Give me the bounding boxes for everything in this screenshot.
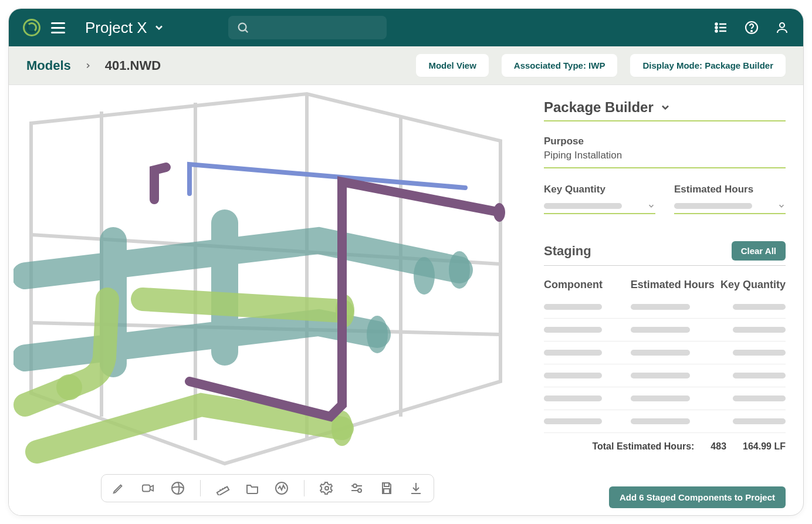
staging-title: Staging xyxy=(544,244,591,259)
breadcrumb-root[interactable]: Models xyxy=(26,58,71,73)
table-row[interactable] xyxy=(544,342,786,364)
viewer-toolbar xyxy=(101,474,434,502)
svg-rect-26 xyxy=(217,486,229,495)
svg-point-6 xyxy=(715,31,717,32)
svg-line-27 xyxy=(220,489,221,491)
staging-table-head: Component Estimated Hours Key Quantity xyxy=(544,279,786,296)
chevron-down-icon xyxy=(647,202,655,210)
svg-point-2 xyxy=(715,23,717,25)
svg-point-9 xyxy=(751,31,752,32)
chevron-down-icon xyxy=(153,22,165,33)
download-icon[interactable] xyxy=(409,481,423,495)
key-quantity-label: Key Quantity xyxy=(544,184,655,195)
display-mode-button[interactable]: Display Mode: Package Builder xyxy=(630,54,786,77)
svg-rect-36 xyxy=(384,483,389,486)
folder-icon[interactable] xyxy=(245,481,259,495)
profile-button[interactable] xyxy=(775,21,789,35)
breadcrumb: Models 401.NWD xyxy=(26,58,161,73)
col-qty: Key Quantity xyxy=(718,279,786,291)
svg-point-0 xyxy=(238,23,246,31)
table-row[interactable] xyxy=(544,319,786,342)
activity-icon[interactable] xyxy=(275,481,289,495)
svg-point-19 xyxy=(367,316,388,353)
totals-hours: 483 xyxy=(710,441,726,452)
model-viewer[interactable] xyxy=(9,85,526,515)
menu-button[interactable] xyxy=(51,22,65,33)
table-row[interactable] xyxy=(544,364,786,387)
app-logo xyxy=(23,19,40,36)
svg-line-28 xyxy=(222,488,223,489)
key-quantity-select[interactable] xyxy=(544,199,655,214)
search-input[interactable] xyxy=(228,16,387,39)
staging-totals: Total Estimated Hours: 483 164.99 LF xyxy=(544,433,786,452)
clear-all-button[interactable]: Clear All xyxy=(732,241,786,261)
list-icon xyxy=(714,21,728,35)
add-staged-button[interactable]: Add 6 Staged Components to Project xyxy=(609,486,786,508)
svg-point-22 xyxy=(56,374,82,400)
breadcrumb-current: 401.NWD xyxy=(105,58,161,73)
svg-rect-37 xyxy=(384,489,390,493)
sliders-icon[interactable] xyxy=(349,481,364,495)
svg-point-18 xyxy=(414,257,435,295)
model-view-button[interactable]: Model View xyxy=(416,54,488,77)
purpose-label: Purpose xyxy=(544,136,786,147)
estimated-hours-label: Estimated Hours xyxy=(674,184,786,195)
save-icon[interactable] xyxy=(380,481,394,495)
col-component: Component xyxy=(544,279,625,291)
chevron-right-icon xyxy=(84,62,92,70)
chevron-down-icon xyxy=(777,202,786,210)
col-hours: Estimated Hours xyxy=(625,279,718,291)
svg-point-10 xyxy=(780,23,784,28)
ruler-icon[interactable] xyxy=(216,481,230,495)
svg-point-31 xyxy=(325,486,329,490)
project-name: Project X xyxy=(85,19,147,37)
svg-point-17 xyxy=(449,251,470,289)
panel-header[interactable]: Package Builder xyxy=(544,99,786,121)
svg-rect-24 xyxy=(143,485,150,492)
totals-label: Total Estimated Hours: xyxy=(592,441,694,452)
svg-point-23 xyxy=(493,203,505,222)
placeholder-bar xyxy=(674,203,752,209)
help-button[interactable] xyxy=(745,21,759,35)
search-icon xyxy=(236,21,249,34)
associated-type-button[interactable]: Associated Type: IWP xyxy=(502,54,618,77)
separator xyxy=(304,480,304,496)
table-row[interactable] xyxy=(544,410,786,433)
estimated-hours-select[interactable] xyxy=(674,199,786,214)
model-scene xyxy=(13,88,518,499)
help-icon xyxy=(745,21,759,35)
project-switcher[interactable]: Project X xyxy=(85,19,165,37)
svg-point-33 xyxy=(353,484,357,488)
purpose-value: Piping Installation xyxy=(544,150,786,168)
list-button[interactable] xyxy=(714,21,728,35)
svg-line-1 xyxy=(245,30,248,32)
svg-point-25 xyxy=(172,482,184,494)
svg-line-29 xyxy=(225,487,225,488)
gear-icon[interactable] xyxy=(320,481,334,495)
separator xyxy=(200,480,201,496)
svg-point-30 xyxy=(276,482,287,494)
placeholder-bar xyxy=(544,203,622,209)
chevron-down-icon xyxy=(659,102,671,113)
video-icon[interactable] xyxy=(140,482,155,495)
svg-point-35 xyxy=(358,489,361,492)
pencil-icon[interactable] xyxy=(112,482,125,495)
table-row[interactable] xyxy=(544,387,786,410)
aperture-icon[interactable] xyxy=(171,481,185,495)
totals-qty: 164.99 LF xyxy=(743,441,786,452)
panel-title: Package Builder xyxy=(544,99,654,116)
user-icon xyxy=(775,21,789,35)
svg-point-4 xyxy=(715,27,717,29)
table-row[interactable] xyxy=(544,296,786,319)
